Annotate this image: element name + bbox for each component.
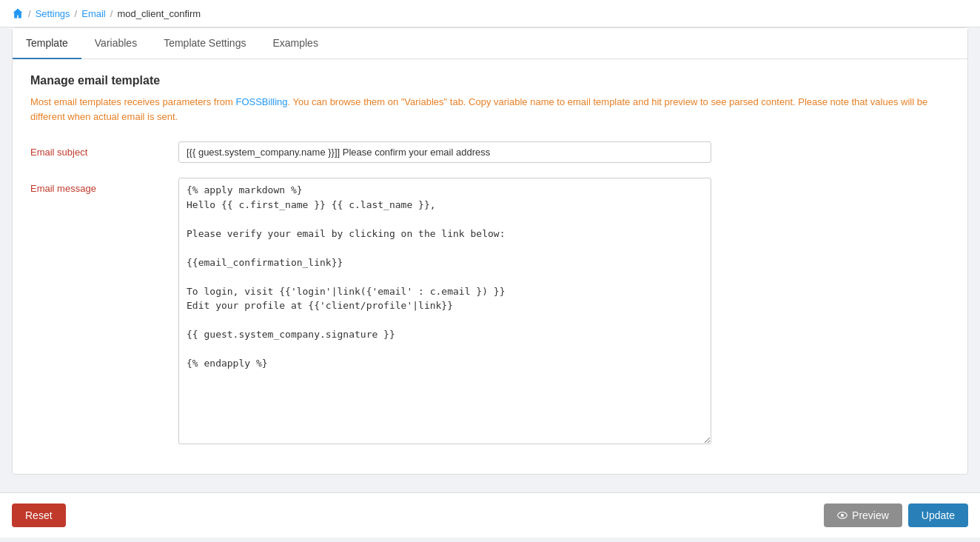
tab-variables[interactable]: Variables [81,28,150,59]
card-title: Manage email template [30,74,950,87]
tab-template[interactable]: Template [13,28,81,59]
email-subject-group: Email subject [30,141,950,163]
breadcrumb-sep-3: / [110,8,113,19]
page-wrapper: / Settings / Email / mod_client_confirm … [0,0,980,542]
home-icon [12,7,24,19]
email-subject-label: Email subject [30,141,178,158]
breadcrumb-sep-1: / [28,8,31,19]
action-buttons: Preview Update [824,503,968,527]
preview-button[interactable]: Preview [824,503,902,527]
tab-template-settings[interactable]: Template Settings [150,28,259,59]
breadcrumb-email[interactable]: Email [81,8,106,19]
card-body: Manage email template Most email templat… [13,59,967,474]
info-text: Most email templates receives parameters… [30,95,950,124]
preview-label: Preview [852,509,889,521]
svg-point-1 [841,514,844,517]
email-message-group: Email message {% apply markdown %} Hello… [30,178,950,444]
breadcrumb-current: mod_client_confirm [117,8,201,19]
breadcrumb: / Settings / Email / mod_client_confirm [0,0,980,27]
breadcrumb-sep-2: / [75,8,78,19]
fossbilling-link[interactable]: FOSSBilling [235,96,287,107]
breadcrumb-settings[interactable]: Settings [36,8,70,19]
update-button[interactable]: Update [908,503,968,527]
email-message-textarea[interactable]: {% apply markdown %} Hello <span class="… [178,178,711,444]
footer-bar: Reset Preview Update [0,492,980,538]
main-content: Template Variables Template Settings Exa… [0,27,980,486]
email-subject-input[interactable] [178,141,711,163]
main-card: Template Variables Template Settings Exa… [12,27,968,475]
tab-examples[interactable]: Examples [259,28,331,59]
reset-button[interactable]: Reset [12,503,66,527]
eye-icon [837,510,848,521]
tabs-bar: Template Variables Template Settings Exa… [13,28,967,59]
email-message-label: Email message [30,178,178,194]
